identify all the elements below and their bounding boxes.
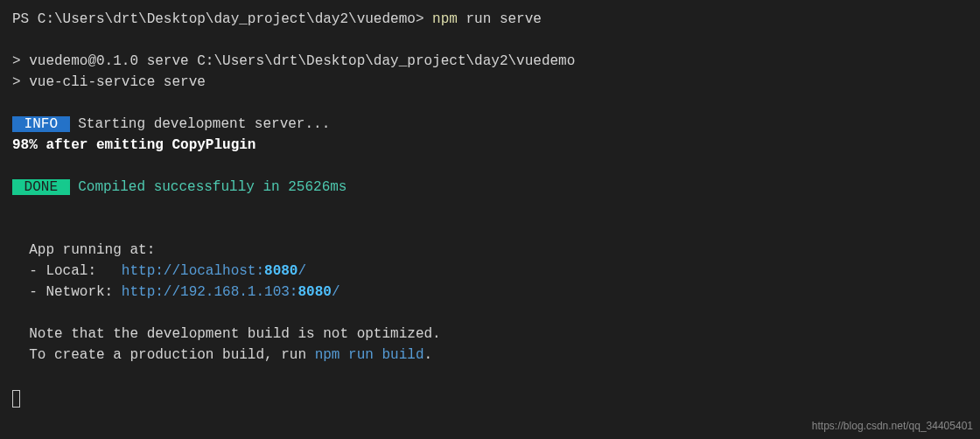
done-badge: DONE — [12, 179, 70, 195]
local-url-base[interactable]: http://localhost: — [122, 263, 264, 279]
blank-line — [12, 93, 968, 114]
blank-line — [12, 156, 968, 177]
note-post: . — [424, 347, 432, 363]
watermark: https://blog.csdn.net/qq_34405401 — [812, 418, 973, 434]
script-line-1: > vuedemo@0.1.0 serve C:\Users\drt\Deskt… — [12, 51, 968, 72]
network-label: - Network: — [12, 284, 122, 300]
blank-line — [12, 366, 968, 387]
note-cmd: npm run build — [315, 347, 424, 363]
info-badge: INFO — [12, 116, 70, 132]
blank-line — [12, 303, 968, 324]
network-line: - Network: http://192.168.1.103:8080/ — [12, 282, 968, 303]
note-line-1: Note that the development build is not o… — [12, 324, 968, 345]
local-port[interactable]: 8080 — [264, 263, 298, 279]
info-text: Starting development server... — [70, 116, 331, 132]
progress-line: 98% after emitting CopyPlugin — [12, 135, 968, 156]
info-line: INFO Starting development server... — [12, 114, 968, 135]
script-line-2: > vue-cli-service serve — [12, 72, 968, 93]
blank-line — [12, 198, 968, 219]
network-port[interactable]: 8080 — [298, 284, 331, 300]
note-line-2: To create a production build, run npm ru… — [12, 345, 968, 366]
blank-line — [12, 30, 968, 51]
local-label: - Local: — [12, 263, 122, 279]
cursor[interactable] — [12, 387, 968, 415]
local-line: - Local: http://localhost:8080/ — [12, 261, 968, 282]
prompt-line: PS C:\Users\drt\Desktop\day_project\day2… — [12, 9, 968, 30]
prompt-prefix: PS C:\Users\drt\Desktop\day_project\day2… — [12, 11, 432, 27]
command-args: run serve — [458, 11, 542, 27]
local-slash[interactable]: / — [298, 263, 306, 279]
blank-line — [12, 219, 968, 240]
network-slash[interactable]: / — [332, 284, 340, 300]
done-text: Compiled successfully in 25626ms — [70, 179, 347, 195]
app-running-line: App running at: — [12, 240, 968, 261]
network-url-base[interactable]: http://192.168.1.103: — [122, 284, 298, 300]
note-pre: To create a production build, run — [12, 347, 315, 363]
command-npm: npm — [432, 11, 458, 27]
done-line: DONE Compiled successfully in 25626ms — [12, 177, 968, 198]
